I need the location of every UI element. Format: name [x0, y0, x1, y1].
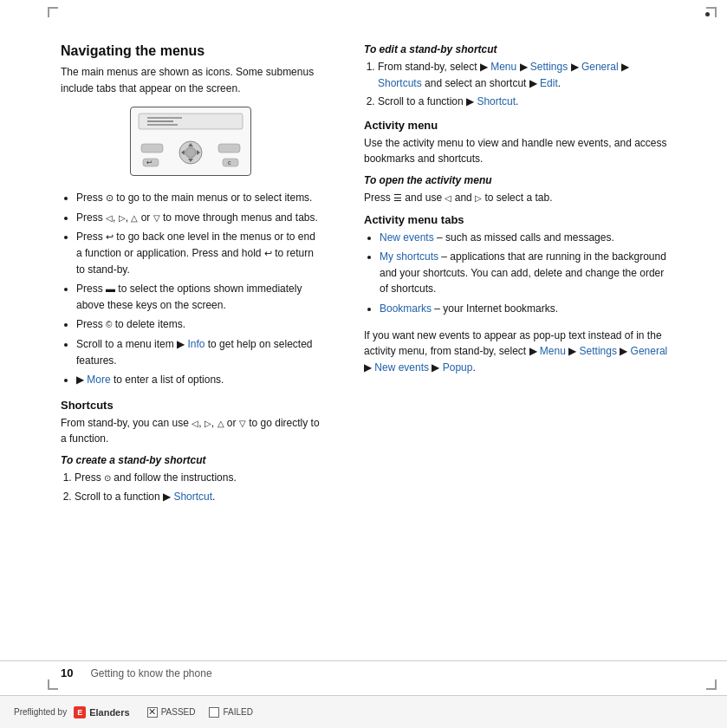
intro-text: The main menus are shown as icons. Some … — [61, 64, 321, 96]
open-activity-heading: To open the activity menu — [364, 174, 675, 186]
create-step-2: Scroll to a function ▶ Shortcut. — [75, 489, 321, 505]
preflighted-label: Preflighted by — [14, 707, 67, 717]
create-shortcut-steps: Press ⊙ and follow the instructions. Scr… — [61, 470, 321, 504]
passed-label: PASSED — [161, 707, 196, 717]
edit-step-1: From stand-by, select ▶ Menu ▶ Settings … — [378, 59, 675, 91]
page-title: Navigating the menus — [61, 43, 321, 59]
svg-point-5 — [185, 147, 196, 158]
activity-tabs-heading: Activity menu tabs — [364, 213, 675, 226]
activity-bullet-2: My shortcuts – applications that are run… — [380, 249, 675, 297]
elanders-e-icon: E — [74, 706, 86, 718]
bullet-3: Press ↩ to go back one level in the menu… — [76, 229, 321, 277]
main-content: Navigating the menus The main menus are … — [0, 17, 727, 685]
create-step-1: Press ⊙ and follow the instructions. — [75, 470, 321, 486]
failed-checkbox-icon — [209, 707, 219, 718]
shortcuts-intro: From stand-by, you can use ◁, ▷, △ or ▽ … — [61, 415, 321, 447]
bullet-6: Scroll to a menu item ▶ Info to get help… — [76, 336, 321, 368]
passed-checkbox-icon — [147, 707, 158, 718]
failed-label: FAILED — [223, 707, 252, 717]
main-bullets: Press ⊙ to go to the main menus or to se… — [61, 190, 321, 388]
edit-shortcut-heading: To edit a stand-by shortcut — [364, 43, 675, 55]
right-column: To edit a stand-by shortcut From stand-b… — [347, 17, 727, 685]
page-subtitle: Getting to know the phone — [90, 667, 211, 679]
activity-bullet-1: New events – such as missed calls and me… — [380, 230, 675, 246]
activity-tabs-bullets: New events – such as missed calls and me… — [364, 230, 675, 317]
left-column: Navigating the menus The main menus are … — [0, 17, 347, 685]
svg-text:↩: ↩ — [146, 159, 153, 166]
svg-text:c: c — [228, 159, 231, 166]
svg-rect-10 — [141, 144, 163, 153]
corner-mark-tl — [48, 7, 58, 17]
shortcuts-heading: Shortcuts — [61, 399, 321, 412]
page-number-area: 10 Getting to know the phone — [0, 660, 727, 685]
elanders-name: Elanders — [89, 707, 129, 718]
svg-rect-11 — [218, 144, 240, 153]
open-activity-text: Press ☰ and use ◁ and ▷ to select a tab. — [364, 190, 675, 206]
edit-step-2: Scroll to a function ▶ Shortcut. — [378, 94, 675, 110]
activity-bullet-3: Bookmarks – your Internet bookmarks. — [380, 301, 675, 317]
bullet-1: Press ⊙ to go to the main menus or to se… — [76, 190, 321, 206]
failed-section: FAILED — [209, 707, 252, 718]
phone-diagram: c ↩ — [61, 107, 321, 176]
elanders-logo: E Elanders — [74, 706, 129, 718]
bullet-5: Press © to delete items. — [76, 316, 321, 333]
popup-text: If you want new events to appear as pop-… — [364, 328, 675, 376]
bullet-4: Press ▬ to select the options shown imme… — [76, 281, 321, 313]
page: Navigating the menus The main menus are … — [0, 0, 727, 728]
bullet-2: Press ◁, ▷, △ or ▽ to move through menus… — [76, 210, 321, 226]
phone-image: c ↩ — [130, 107, 251, 176]
bottom-bar: Preflighted by E Elanders PASSED FAILED — [0, 695, 727, 728]
page-number: 10 — [61, 666, 73, 679]
dot-decoration — [705, 12, 710, 16]
activity-menu-heading: Activity menu — [364, 119, 675, 132]
edit-shortcut-steps: From stand-by, select ▶ Menu ▶ Settings … — [364, 59, 675, 110]
activity-menu-intro: Use the activity menu to view and handle… — [364, 135, 675, 167]
phone-svg: c ↩ — [134, 111, 247, 172]
passed-section: PASSED — [147, 707, 196, 718]
bullet-7: ▶ More to enter a list of options. — [76, 372, 321, 388]
create-shortcut-heading: To create a stand-by shortcut — [61, 454, 321, 466]
